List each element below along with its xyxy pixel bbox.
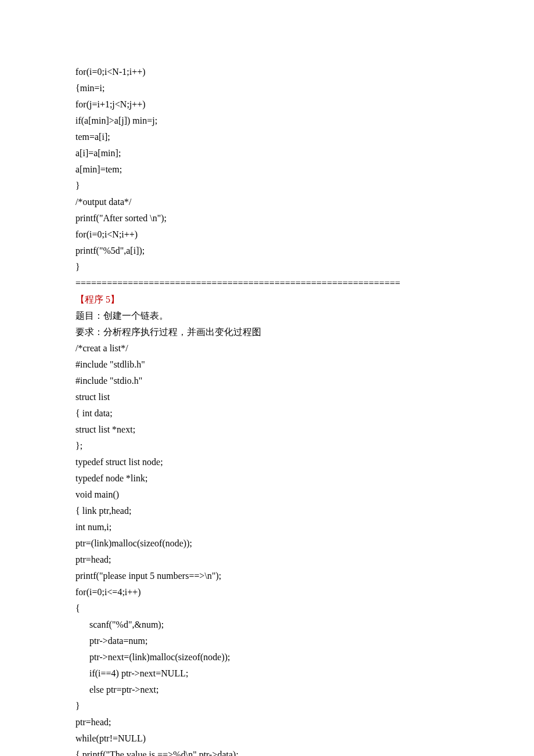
code-line: }; <box>75 438 459 454</box>
code-line: scanf("%d",&num); <box>75 617 459 633</box>
code-line: printf("After sorted \n"); <box>75 210 459 226</box>
code-line: printf("%5d",a[i]); <box>75 243 459 259</box>
code-line: for(i=0;i<N;i++) <box>75 226 459 243</box>
code-line: struct list *next; <box>75 422 459 438</box>
code-line: { printf("The value is ==>%d\n",ptr->dat… <box>75 747 459 756</box>
code-line: tem=a[i]; <box>75 129 459 145</box>
code-line: struct list <box>75 389 459 405</box>
code-line: while(ptr!=NULL) <box>75 730 459 747</box>
code-line: ptr=head; <box>75 552 459 568</box>
code-line: else ptr=ptr->next; <box>75 682 459 698</box>
code-line: { link ptr,head; <box>75 503 459 519</box>
code-line: int num,i; <box>75 519 459 535</box>
code-line: #include "stdio.h" <box>75 373 459 389</box>
code-line: typedef node *link; <box>75 470 459 487</box>
code-line: if(i==4) ptr->next=NULL; <box>75 665 459 682</box>
code-line: for(j=i+1;j<N;j++) <box>75 96 459 113</box>
code-line: { int data; <box>75 405 459 422</box>
code-line: } <box>75 178 459 194</box>
section-divider: ========================================… <box>75 275 459 291</box>
code-block-bottom: /*creat a list*/ #include "stdlib.h" #in… <box>75 340 459 756</box>
code-line: typedef struct list node; <box>75 454 459 470</box>
code-line: /*creat a list*/ <box>75 340 459 357</box>
code-line: ptr->next=(link)malloc(sizeof(node)); <box>75 649 459 665</box>
code-line: } <box>75 698 459 714</box>
code-line: {min=i; <box>75 80 459 96</box>
code-line: for(i=0;i<N-1;i++) <box>75 64 459 80</box>
code-line: if(a[min]>a[j]) min=j; <box>75 113 459 129</box>
code-line: /*output data*/ <box>75 194 459 210</box>
description-title: 题目：创建一个链表。 <box>75 308 459 324</box>
document-page: for(i=0;i<N-1;i++) {min=i; for(j=i+1;j<N… <box>0 0 534 756</box>
code-line: void main() <box>75 487 459 503</box>
code-line: } <box>75 259 459 275</box>
code-line: for(i=0;i<=4;i++) <box>75 584 459 600</box>
code-line: { <box>75 600 459 617</box>
program-heading: 【程序 5】 <box>75 291 459 308</box>
description-requirement: 要求：分析程序执行过程，并画出变化过程图 <box>75 324 459 340</box>
code-line: #include "stdlib.h" <box>75 357 459 373</box>
code-line: ptr->data=num; <box>75 633 459 649</box>
code-line: a[min]=tem; <box>75 161 459 178</box>
code-block-top: for(i=0;i<N-1;i++) {min=i; for(j=i+1;j<N… <box>75 64 459 275</box>
code-line: a[i]=a[min]; <box>75 145 459 161</box>
code-line: ptr=head; <box>75 714 459 730</box>
code-line: ptr=(link)malloc(sizeof(node)); <box>75 535 459 552</box>
code-line: printf("please input 5 numbers==>\n"); <box>75 568 459 584</box>
